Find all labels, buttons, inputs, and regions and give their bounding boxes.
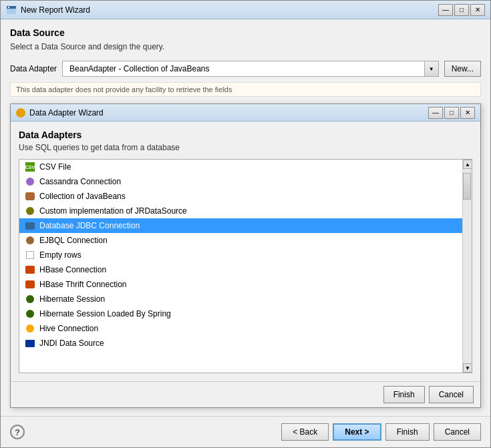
adapter-select-wrapper: BeanAdapter - Collection of JavaBeans ▼ [62,61,439,77]
info-message: This data adapter does not provide any f… [16,85,232,93]
close-button[interactable]: ✕ [470,4,485,16]
inner-dialog-title: Data Adapter Wizard [29,108,104,118]
hive-icon [25,323,35,334]
list-item[interactable]: Empty rows [19,248,462,262]
hibernate-icon [25,308,35,319]
list-item[interactable]: Custom implementation of JRDataSource [19,204,462,218]
inner-section-title: Data Adapters [19,130,472,140]
inner-dialog: Data Adapter Wizard — □ ✕ Data Adapters … [10,103,481,408]
inner-finish-button[interactable]: Finish [383,386,425,403]
new-button[interactable]: New... [444,61,481,77]
list-item[interactable]: Hibernate Session [19,292,462,306]
adapter-label: Data Adapter [10,64,57,73]
hibernate-icon [25,294,35,304]
cassandra-icon [25,176,35,187]
adapter-list[interactable]: CSVCSV FileCassandra ConnectionCollectio… [19,160,462,373]
list-item-label: Database JDBC Connection [39,221,140,230]
list-item[interactable]: HBase Thrift Connection [19,277,462,292]
section-subtitle: Select a Data Source and design the quer… [10,42,481,51]
cancel-button[interactable]: Cancel [434,423,481,441]
window-title: New Report Wizard [21,5,90,15]
csv-icon: CSV [25,162,35,172]
inner-minimize-button[interactable]: — [428,107,443,119]
hbase-icon [25,279,35,290]
jndi-icon [25,338,35,349]
scrollbar-track: ▲ ▼ [462,160,472,373]
svg-rect-3 [7,9,16,14]
inner-content: Data Adapters Use SQL queries to get dat… [11,122,480,381]
back-button[interactable]: < Back [281,423,329,441]
ejbql-icon [25,235,35,246]
title-bar-left: New Report Wizard [6,5,90,15]
list-item-label: HBase Connection [39,265,106,274]
custom-icon [25,206,35,216]
list-item-label: JNDI Data Source [39,339,104,348]
info-bar: This data adapter does not provide any f… [10,82,481,97]
next-button[interactable]: Next > [333,423,381,441]
finish-button[interactable]: Finish [385,423,430,441]
main-window: New Report Wizard — □ ✕ Data Source Sele… [0,0,491,448]
list-item[interactable]: Database JDBC Connection [19,218,462,233]
list-item[interactable]: JNDI Data Source [19,336,462,351]
list-item-label: Empty rows [39,250,81,260]
inner-dialog-footer: Finish Cancel [11,381,480,407]
minimize-button[interactable]: — [438,4,453,16]
main-footer: ? < Back Next > Finish Cancel [1,416,490,447]
inner-dialog-icon [16,108,25,118]
maximize-button[interactable]: □ [454,4,469,16]
inner-section-subtitle: Use SQL queries to get data from a datab… [19,143,472,152]
scroll-up-arrow[interactable]: ▲ [463,160,472,169]
list-item-label: Hive Connection [39,324,98,333]
inner-title-bar: Data Adapter Wizard — □ ✕ [11,104,480,122]
list-item-label: EJBQL Connection [39,236,108,245]
adapter-row: Data Adapter BeanAdapter - Collection of… [10,61,481,77]
list-item-label: CSV File [39,162,71,172]
inner-title-bar-left: Data Adapter Wizard [16,108,104,118]
list-item-label: Collection of JavaBeans [39,192,126,201]
list-item-label: Hibernate Session Loaded By Spring [39,309,171,318]
inner-cancel-button[interactable]: Cancel [429,386,474,403]
svg-point-2 [8,6,9,7]
inner-close-button[interactable]: ✕ [460,107,475,119]
database-icon [25,220,35,231]
list-item-label: HBase Thrift Connection [39,280,127,289]
section-title: Data Source [10,27,481,38]
scroll-thumb[interactable] [463,173,471,200]
title-bar: New Report Wizard — □ ✕ [1,1,490,19]
list-item-label: Cassandra Connection [39,177,121,186]
list-item[interactable]: Hive Connection [19,321,462,336]
beans-icon [25,191,35,202]
main-footer-buttons: < Back Next > Finish Cancel [281,423,481,441]
list-item-label: Custom implementation of JRDataSource [39,206,187,216]
window-icon [6,5,17,15]
list-item[interactable]: HBase Connection [19,262,462,277]
help-button[interactable]: ? [10,425,25,439]
list-scroll-area: CSVCSV FileCassandra ConnectionCollectio… [19,160,472,373]
list-item[interactable]: Collection of JavaBeans [19,189,462,204]
content-area: Data Source Select a Data Source and des… [1,19,490,416]
list-item[interactable]: Cassandra Connection [19,174,462,189]
hbase-icon [25,264,35,275]
empty-icon [25,250,35,260]
adapter-select[interactable]: BeanAdapter - Collection of JavaBeans [62,61,439,77]
inner-title-controls: — □ ✕ [428,107,475,119]
adapter-list-container: CSVCSV FileCassandra ConnectionCollectio… [19,159,472,373]
inner-maximize-button[interactable]: □ [444,107,459,119]
scroll-down-arrow[interactable]: ▼ [463,363,472,373]
list-item[interactable]: EJBQL Connection [19,233,462,248]
list-item[interactable]: Hibernate Session Loaded By Spring [19,306,462,321]
title-bar-controls: — □ ✕ [438,4,485,16]
list-item-label: Hibernate Session [39,294,105,304]
list-item[interactable]: CSVCSV File [19,160,462,174]
